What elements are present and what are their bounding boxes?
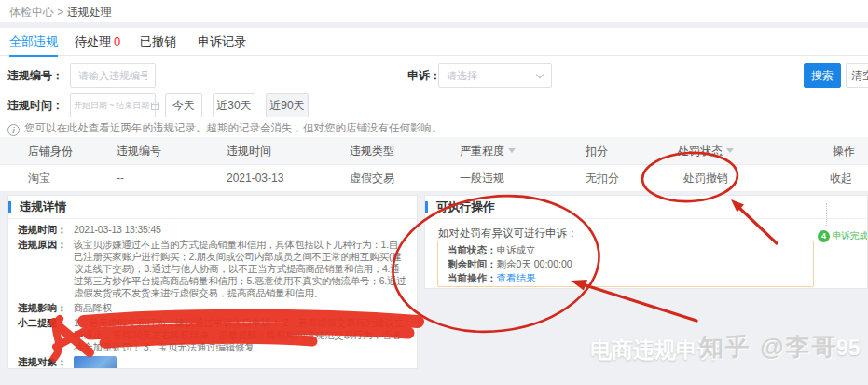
top-bar: 体检中心 > 违规处理 [0,0,868,22]
date-range-separator: ~ [109,94,114,117]
pending-count-badge: 0 [114,34,120,48]
chevron-down-icon [536,71,544,78]
watermark-zhihu-author: 知乎 @李哥 [699,331,838,364]
field-value: 该宝贝涉嫌通过不正当的方式提高销量和信用，具体包括以下几种行为：1.自己注册买家… [74,239,407,299]
tab-label: 申诉记录 [198,34,246,48]
search-button[interactable]: 搜索 [804,63,841,88]
appeal-hint: 如对处罚有异议可进行申诉： [438,227,578,241]
field-value: 商品降权 [74,302,407,314]
field-label: 小二提醒： [18,317,74,353]
remaining-time-line: 剩余时间：剩余0天 00:00:00 [448,257,804,271]
breadcrumb-parent[interactable]: 体检中心 [9,6,54,19]
row-type: 虚假交易 [350,165,394,192]
accent-bar [8,201,11,213]
end-date-placeholder: 结束日期 [116,94,149,117]
row-shop: 淘宝 [28,165,50,192]
field-violation-reason: 违规原因： 该宝贝涉嫌通过不正当的方式提高销量和信用，具体包括以下几种行为：1.… [18,239,407,299]
executable-actions-header: 可执行操作 [425,196,867,219]
col-severity-label: 严重程度 [460,144,504,158]
row-status: 处罚撤销 [683,165,728,192]
breadcrumb-separator: > [57,6,63,19]
appeal-select[interactable]: 请选择 [438,63,552,88]
row-no: -- [117,165,124,192]
current-status-value: 申诉成立 [497,244,536,255]
field-label: 违规原因： [18,239,74,299]
table-header: 店铺身份 违规编号 违规时间 违规类型 严重程度 扣分 处罚状态 操作 [0,137,868,165]
executable-actions-card: 可执行操作 如对处罚有异议可进行申诉： 当前状态：申诉成立 剩余时间：剩余0天 … [424,195,868,289]
current-operation-line: 当前操作：查看结果 [448,271,804,285]
tab-appeal-records[interactable]: 申诉记录 [198,34,246,50]
violation-detail-title: 违规详情 [20,200,66,213]
appeal-complete-step: 4 申诉完成 [818,230,868,242]
accent-bar [425,201,428,213]
breadcrumb-current: 违规处理 [67,6,112,19]
appeal-label: 申诉： [407,63,441,88]
current-operation-label: 当前操作： [448,272,497,283]
appeal-select-placeholder: 请选择 [447,70,477,81]
tab-pending[interactable]: 待处理0 [75,34,120,50]
appeal-status-box: 当前状态：申诉成立 剩余时间：剩余0天 00:00:00 当前操作：查看结果 [437,241,814,287]
violation-detail-card: 违规详情 违规时间： 2021-03-13 13:35:45 违规原因： 该宝贝… [7,195,418,369]
quick-30days-button[interactable]: 近30天 [213,93,255,117]
date-range-picker[interactable]: 开始日期 ~ 结束日期 [70,93,156,117]
col-shop-identity: 店铺身份 [28,137,73,165]
tab-label: 待处理 [75,34,111,48]
field-value: 2021-03-13 13:35:45 [74,224,407,236]
field-violation-time: 违规时间： 2021-03-13 13:35:45 [18,224,407,236]
quick-90days-button[interactable]: 近90天 [266,93,309,117]
tab-label: 全部违规 [9,34,58,48]
violation-time-label: 违规时间： [7,93,63,117]
remaining-time-label: 剩余时间： [448,258,497,269]
product-thumbnail[interactable] [74,356,117,369]
violation-detail-header: 违规详情 [8,196,417,219]
step-label: 申诉完成 [833,230,868,242]
field-label: 违规对象： [18,356,74,369]
step-connector-dotted-line [826,203,827,226]
col-severity: 严重程度 [460,137,516,165]
table-row: 淘宝 -- 2021-03-13 虚假交易 一般违规 无扣分 处罚撤销 收起 [0,165,868,192]
row-time: 2021-03-13 [227,165,283,192]
tab-revoked[interactable]: 已撤销 [140,34,176,50]
quick-today-button[interactable]: 今天 [165,93,202,117]
field-label: 违规影响： [18,302,74,314]
row-severity: 一般违规 [460,165,504,192]
col-violation-no: 违规编号 [117,137,161,165]
remaining-time-value: 剩余0天 00:00:00 [497,258,572,269]
view-result-link[interactable]: 查看结果 [497,272,536,283]
field-violation-impact: 违规影响： 商品降权 [18,302,407,314]
breadcrumb: 体检中心 > 违规处理 [9,5,112,21]
col-violation-type: 违规类型 [350,137,394,165]
tab-all-violations[interactable]: 全部违规 [9,34,58,50]
filter-row-1: 违规编号： 申诉： 请选择 搜索 清空 [0,63,868,88]
records-notice: i您可以在此处查看近两年的违规记录。超期的记录会消失，但对您的店铺没有任何影响。 [7,121,443,136]
status-filter-icon[interactable] [726,148,734,153]
current-status-label: 当前状态： [448,244,497,255]
col-actions: 操作 [833,137,855,165]
step-number-icon: 4 [818,230,830,242]
row-points: 无扣分 [586,165,619,192]
calendar-icon [151,102,159,110]
field-label: 违规时间： [18,224,74,236]
violation-detail-fields: 违规时间： 2021-03-13 13:35:45 违规原因： 该宝贝涉嫌通过不… [8,219,417,369]
clear-button[interactable]: 清空 [846,63,868,88]
collapse-link[interactable]: 收起 [830,165,852,192]
col-penalty-status-label: 处罚状态 [678,144,723,158]
executable-actions-title: 可执行操作 [436,200,495,213]
tab-label: 已撤销 [140,34,176,48]
col-violation-time: 违规时间 [227,137,271,165]
violation-no-label: 违规编号： [7,63,63,88]
start-date-placeholder: 开始日期 [74,94,107,117]
field-value: 1、若无虚假交易行为，建议通过申诉入口申诉！ 2、若有虚假交易行为建议立即停止，… [74,317,407,353]
tab-active-underline [9,55,58,57]
violation-no-input[interactable] [70,63,156,88]
field-violation-target: 违规对象： [18,356,407,369]
tab-bar: 全部违规 待处理0 已撤销 申诉记录 [0,28,868,56]
filter-row-2: 违规时间： 开始日期 ~ 结束日期 今天 近30天 近90天 [0,93,868,117]
watermark-number-tail: 95 [836,336,861,361]
info-icon: i [7,124,20,136]
col-penalty-status: 处罚状态 [678,137,734,165]
field-staff-reminder: 小二提醒： 1、若无虚假交易行为，建议通过申诉入口申诉！ 2、若有虚假交易行为建… [18,317,407,353]
violation-target-area [74,356,407,369]
watermark-appeal-service: 电商违规申诉 [590,336,719,364]
severity-filter-icon[interactable] [508,148,516,153]
